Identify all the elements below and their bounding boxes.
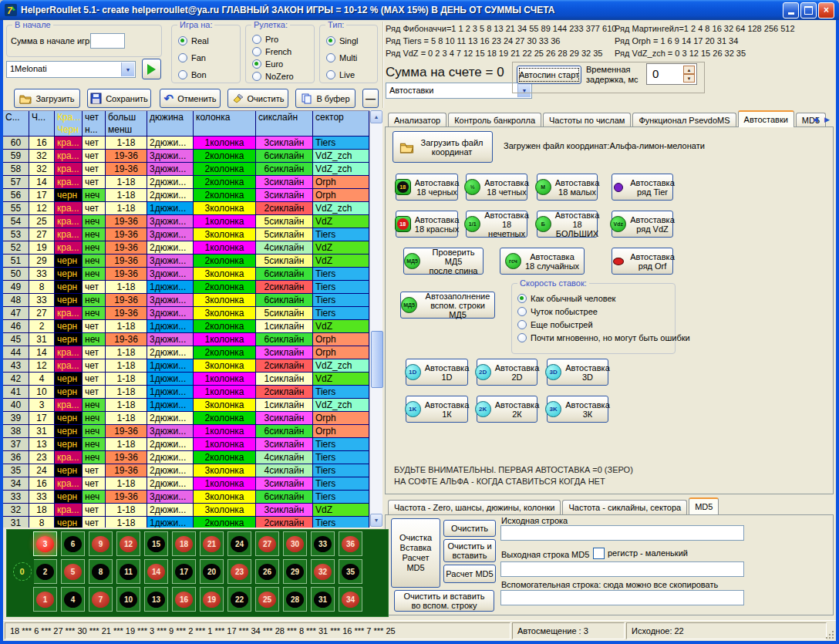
roulette-cell-33[interactable]: 33 xyxy=(311,531,335,556)
button-автоставка-1d[interactable]: 1DАвтоставка1D xyxy=(406,359,468,386)
output-string-input[interactable] xyxy=(500,561,744,577)
radio-чуток-побыстрее[interactable]: Чуток побыстрее xyxy=(517,306,690,317)
roulette-cell-6[interactable]: 6 xyxy=(61,531,85,556)
radio-bon[interactable]: Bon xyxy=(178,69,209,80)
button-автоставка-ряд-orf[interactable]: Автоставкаряд Orf xyxy=(612,248,673,275)
history-row[interactable]: 5129черннеч19-363дюжи...2колонка5сиклайн… xyxy=(3,255,369,268)
history-row[interactable]: 318чернчет1-181дюжи...2колонка2сиклайнTi… xyxy=(3,517,369,528)
history-row[interactable]: 5327кра...неч19-363дюжи...3колонка5сикла… xyxy=(3,228,369,241)
history-row[interactable]: 5832кра...чет19-363дюжи...2колонка6сикла… xyxy=(3,163,369,176)
md5-clear-paste-aux-button[interactable]: Очистить и вставить во вспом. строку xyxy=(394,590,494,612)
button-автоставка-2к[interactable]: 2KАвтоставка2К xyxy=(477,396,537,423)
radio-еще-побыстрей[interactable]: Еще побыстрей xyxy=(517,319,690,330)
radio-euro[interactable]: Euro xyxy=(252,59,294,69)
history-row[interactable]: 462чернчет1-181дюжи...2колонка1сиклайнVd… xyxy=(3,320,369,333)
autobets-combobox[interactable]: Автоставки ▼ xyxy=(386,83,532,99)
history-row[interactable]: 5512кра...чет1-181дюжи...3колонка2сиклай… xyxy=(3,202,369,215)
history-row[interactable]: 3416кра...чет1-182дюжи...1колонка3сиклай… xyxy=(3,477,369,491)
start-sum-input[interactable] xyxy=(90,33,125,49)
history-row[interactable]: 498чернчет1-181дюжи...2колонка2сиклайнTi… xyxy=(3,281,369,294)
roulette-cell-11[interactable]: 11 xyxy=(116,559,140,584)
history-row[interactable]: 5617черннеч1-182дюжи...2колонка3сиклайнO… xyxy=(3,189,369,202)
radio-как-обычный-человек[interactable]: Как обычный человек xyxy=(517,293,690,304)
roulette-cell-29[interactable]: 29 xyxy=(283,559,307,584)
history-row[interactable]: 6016кра...чет1-182дюжи...1колонка3сиклай… xyxy=(3,137,369,150)
md5-clear-paste-button[interactable]: Очистить и вставить xyxy=(443,539,496,562)
source-string-input[interactable] xyxy=(500,525,744,541)
roulette-cell-27[interactable]: 27 xyxy=(255,531,279,556)
roulette-cell-20[interactable]: 20 xyxy=(200,559,224,584)
button-автоставка-18-больших[interactable]: БАвтоставка18 БОЛЬШИХ xyxy=(537,211,598,238)
aux-string-input[interactable] xyxy=(500,590,744,605)
history-row[interactable]: 3524чернчет19-362дюжи...3колонка4сиклайн… xyxy=(3,464,369,477)
md5-calc-button[interactable]: Расчет MD5 xyxy=(443,565,496,583)
load-button[interactable]: Загрузить xyxy=(14,89,80,108)
scroll-down-icon[interactable]: ▼ xyxy=(370,514,382,527)
button-автоставка-18-случайных[interactable]: гсчАвтоставка18 случайных xyxy=(500,248,585,275)
roulette-cell-25[interactable]: 25 xyxy=(255,587,279,612)
tab-частота---сиклайны,-сектора[interactable]: Частота - сиклайны, сектора xyxy=(562,500,687,514)
history-row[interactable]: 5714кра...чет1-182дюжи...2колонка3сиклай… xyxy=(3,176,369,189)
roulette-cell-18[interactable]: 18 xyxy=(172,531,196,556)
md5-big-button[interactable]: Очистка Вставка Расчет MD5 xyxy=(391,518,440,588)
scroll-up-icon[interactable]: ▲ xyxy=(370,110,382,123)
button-автоставка-ряд-tier[interactable]: Автоставкаряд Tier xyxy=(612,174,673,201)
history-row[interactable]: 4312кра...чет1-181дюжи...3колонка2сиклай… xyxy=(3,359,369,373)
button-автоставка-1к[interactable]: 1KАвтоставка1К xyxy=(406,396,468,423)
history-row[interactable]: 424чернчет1-181дюжи...1колонка1сиклайнVd… xyxy=(3,373,369,386)
md5-clear-button[interactable]: Очистить xyxy=(443,520,496,537)
history-row[interactable]: 403кра...неч1-181дюжи...3колонка1сиклайн… xyxy=(3,399,369,412)
history-scrollbar[interactable]: ▲ ▼ xyxy=(369,110,382,527)
history-row[interactable]: 4833черннеч19-363дюжи...3колонка6сиклайн… xyxy=(3,294,369,307)
history-row[interactable]: 4531черннеч19-363дюжи...1колонка6сиклайн… xyxy=(3,333,369,346)
radio-multi[interactable]: Multi xyxy=(326,52,358,63)
tab-scroll-right-icon[interactable]: ▶ xyxy=(821,113,833,125)
roulette-cell-28[interactable]: 28 xyxy=(283,587,307,612)
history-row[interactable]: 5219кра...неч19-362дюжи...1колонка4сикла… xyxy=(3,241,369,255)
roulette-cell-5[interactable]: 5 xyxy=(61,559,85,584)
autospin-start-button[interactable]: Автоспин старт xyxy=(517,66,581,84)
history-row[interactable]: 3713черннеч1-182дюжи...1колонка3сиклайнT… xyxy=(3,438,369,451)
roulette-cell-7[interactable]: 7 xyxy=(89,587,113,612)
register-checkbox[interactable] xyxy=(593,548,605,559)
title-bar[interactable]: 7 HelperRoullet 5.1- create helperroulle… xyxy=(0,0,839,20)
history-row[interactable]: 4414кра...чет1-182дюжи...2колонка3сиклай… xyxy=(3,346,369,359)
radio-real[interactable]: Real xyxy=(178,35,209,46)
button-автоставка-3к[interactable]: 3KАвтоставка3К xyxy=(547,396,608,423)
history-row[interactable]: 4727кра...неч19-363дюжи...3колонка5сикла… xyxy=(3,307,369,320)
roulette-cell-30[interactable]: 30 xyxy=(283,531,307,556)
roulette-cell-12[interactable]: 12 xyxy=(116,531,140,556)
radio-singl[interactable]: Singl xyxy=(326,35,358,46)
tab-анализатор[interactable]: Анализатор xyxy=(388,113,446,127)
tab-автоставки[interactable]: Автоставки xyxy=(738,110,794,127)
clear-button[interactable]: Очистить xyxy=(227,89,288,108)
tab-частоты-по-числам[interactable]: Частоты по числам xyxy=(543,113,631,127)
radio-fan[interactable]: Fan xyxy=(178,52,209,63)
roulette-cell-4[interactable]: 4 xyxy=(61,587,85,612)
button-автоставка-ряд-vdz[interactable]: VdzАвтоставкаряд VdZ xyxy=(612,211,673,238)
roulette-cell-1[interactable]: 1 xyxy=(33,587,57,612)
history-row[interactable]: 5033черннеч19-363дюжи...3колонка6сиклайн… xyxy=(3,268,369,281)
tab-md5[interactable]: MD5 xyxy=(689,497,719,514)
button-автозаполнение-вспом.-строки-мд5[interactable]: МД5Автозаполнениевспом. строки МД5 xyxy=(400,292,495,319)
roulette-cell-0[interactable]: 0 xyxy=(10,559,34,584)
roulette-cell-9[interactable]: 9 xyxy=(89,531,113,556)
roulette-cell-15[interactable]: 15 xyxy=(144,531,168,556)
roulette-cell-31[interactable]: 31 xyxy=(311,587,335,612)
tab-функционал-psevdoms[interactable]: Функционал PsevdoMS xyxy=(632,113,736,127)
tab-контроль-банкролла[interactable]: Контроль банкролла xyxy=(448,113,541,127)
roulette-cell-22[interactable]: 22 xyxy=(227,587,251,612)
collapse-button[interactable]: — xyxy=(362,89,379,108)
history-row[interactable]: 5425кра...неч19-363дюжи...1колонка5сикла… xyxy=(3,215,369,228)
resize-grip[interactable] xyxy=(825,630,835,640)
spin-down-icon[interactable]: ▼ xyxy=(683,74,695,83)
radio-french[interactable]: French xyxy=(252,46,294,57)
copy-to-buffer-button[interactable]: В буфер xyxy=(295,89,355,108)
radio-live[interactable]: Live xyxy=(326,69,358,80)
tab-scroll-left-icon[interactable]: ◀ xyxy=(810,113,821,125)
roulette-cell-32[interactable]: 32 xyxy=(311,559,335,584)
history-row[interactable]: 3831черннеч19-363дюжи...1колонка6сиклайн… xyxy=(3,425,369,438)
button-автоставка-18-нечетных[interactable]: 1/1Автоставка18 нечетных xyxy=(466,211,527,238)
button-автоставка-18-красных[interactable]: 18Автоставка18 красных xyxy=(396,211,458,238)
load-coords-button[interactable]: Загрузить файл координат xyxy=(393,131,493,163)
